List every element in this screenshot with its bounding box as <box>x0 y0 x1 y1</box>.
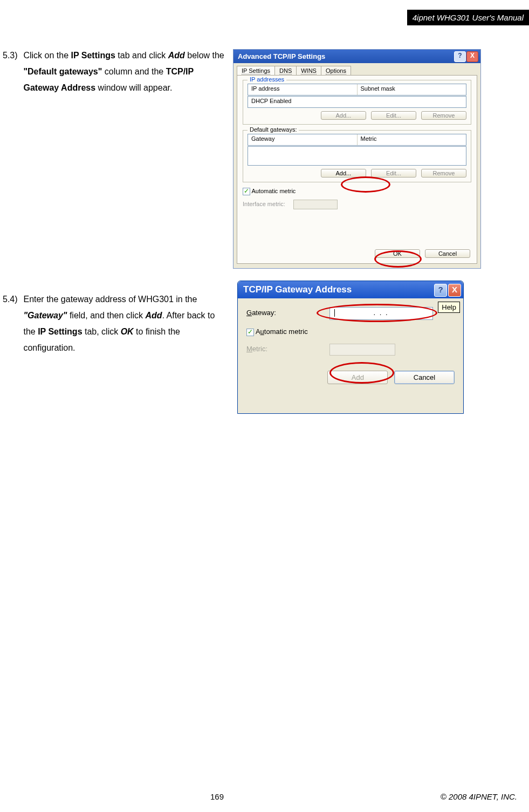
group-title: Default gateways: <box>248 126 299 133</box>
bold: IP Settings <box>71 51 115 60</box>
ip-list[interactable]: DHCP Enabled <box>248 96 466 108</box>
step-5-3: 5.3) Click on the IP Settings tab and cl… <box>3 47 232 96</box>
text: field, and then click <box>67 311 145 320</box>
text: below the <box>185 51 224 60</box>
add-button[interactable]: Add... <box>321 169 366 178</box>
tab-label: IP Settings <box>242 67 270 74</box>
text: Enter the gateway address of WHG301 in t… <box>23 295 197 304</box>
cancel-button[interactable]: Cancel <box>425 249 470 258</box>
remove-button[interactable]: Remove <box>421 111 466 120</box>
text: Click on the <box>23 51 71 60</box>
bold-italic: "Gateway" <box>23 311 67 320</box>
text: window will appear. <box>95 83 172 92</box>
edit-button[interactable]: Edit... <box>371 111 416 120</box>
bold-italic: Add <box>168 51 185 60</box>
auto-metric-checkbox[interactable]: ✓ <box>243 188 250 195</box>
close-icon[interactable]: X <box>466 51 478 62</box>
ip-addresses-group: IP addresses IP address Subnet mask DHCP… <box>243 80 471 125</box>
remove-button[interactable]: Remove <box>421 169 466 178</box>
dialog-body: Gateway: . . . ✓ Automatic metric Metric… <box>238 298 463 390</box>
window-title: Advanced TCP/IP Settings <box>238 52 325 60</box>
auto-metric-label: Automatic metric <box>256 327 308 336</box>
tab-label: WINS <box>301 67 317 74</box>
step-5-4: 5.4) Enter the gateway address of WHG301… <box>3 291 232 356</box>
gateway-list[interactable] <box>248 146 466 166</box>
tab-options[interactable]: Options <box>321 66 351 76</box>
tab-label: Options <box>326 67 346 74</box>
auto-metric-checkbox[interactable]: ✓ <box>246 329 254 336</box>
col-subnet-mask: Subnet mask <box>358 84 466 95</box>
text: tab, click <box>83 327 121 336</box>
page-number: 169 <box>210 792 224 801</box>
add-button[interactable]: Add... <box>321 111 366 120</box>
add-button[interactable]: Add <box>327 371 388 384</box>
bold: "Default gateways" <box>23 67 102 76</box>
auto-metric-row: ✓ Automatic metric <box>243 188 471 195</box>
ip-dots: . . . <box>374 309 389 317</box>
bold-italic: OK <box>121 327 134 336</box>
tab-ip-settings[interactable]: IP Settings <box>237 66 275 76</box>
edit-button[interactable]: Edit... <box>371 169 416 178</box>
advanced-tcpip-window: Advanced TCP/IP Settings ? X IP Settings… <box>233 49 481 269</box>
window-title: TCP/IP Gateway Address <box>243 284 352 295</box>
interface-metric-label: Interface metric: <box>243 201 285 207</box>
help-icon[interactable]: ? <box>454 51 466 62</box>
header-title: 4ipnet WHG301 User's Manual <box>407 10 529 25</box>
tab-dns[interactable]: DNS <box>274 66 297 76</box>
metric-label: Metric: <box>246 345 327 353</box>
tab-wins[interactable]: WINS <box>296 66 321 76</box>
metric-input <box>329 344 395 356</box>
step-number: 5.4) <box>3 291 21 308</box>
check-icon: ✓ <box>244 187 249 195</box>
col-metric: Metric <box>358 134 466 145</box>
gateway-input[interactable]: . . . <box>329 307 433 320</box>
gateway-label: Gateway: <box>246 309 327 317</box>
bold: IP Settings <box>38 327 82 336</box>
col-ip-address: IP address <box>248 84 358 95</box>
check-icon: ✓ <box>248 328 253 336</box>
close-icon[interactable]: X <box>448 284 461 297</box>
columns-header: Gateway Metric <box>248 134 466 146</box>
window-title-bar[interactable]: Advanced TCP/IP Settings ? X <box>233 50 480 63</box>
interface-metric-input <box>293 200 338 209</box>
tcpip-gateway-window: TCP/IP Gateway Address ? X Help Gateway:… <box>237 281 464 414</box>
text-cursor <box>334 309 335 317</box>
tab-strip: IP SettingsDNSWINSOptions <box>233 63 480 75</box>
footer-copyright: © 2008 4IPNET, INC. <box>441 792 517 801</box>
ok-button[interactable]: OK <box>375 249 420 258</box>
col-gateway: Gateway <box>248 134 358 145</box>
interface-metric-row: Interface metric: <box>243 200 471 209</box>
text: tab and click <box>115 51 168 60</box>
text: column and the <box>102 67 166 76</box>
tab-panel: IP addresses IP address Subnet mask DHCP… <box>237 75 477 264</box>
window-title-bar[interactable]: TCP/IP Gateway Address ? X <box>238 281 463 298</box>
help-icon[interactable]: ? <box>434 284 447 297</box>
group-title: IP addresses <box>248 76 286 83</box>
columns-header: IP address Subnet mask <box>248 84 466 95</box>
default-gateways-group: Default gateways: Gateway Metric Add... … <box>243 130 471 182</box>
auto-metric-label: Automatic metric <box>251 188 296 194</box>
tab-label: DNS <box>279 67 292 74</box>
bold-italic: Add <box>145 311 162 320</box>
step-number: 5.3) <box>3 47 21 64</box>
cancel-button[interactable]: Cancel <box>394 371 455 384</box>
